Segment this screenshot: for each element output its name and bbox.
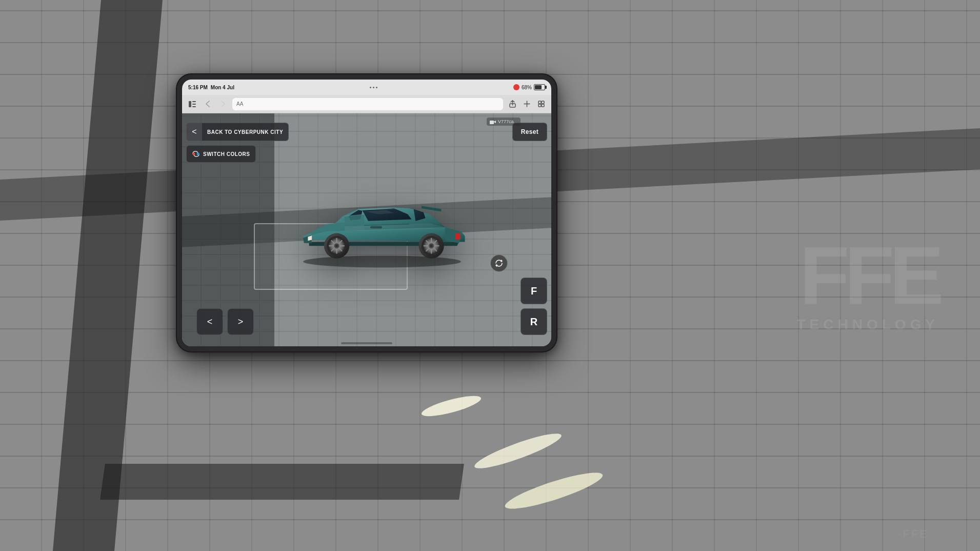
action-f-button[interactable]: F — [521, 278, 547, 304]
car-display — [244, 139, 521, 305]
svg-rect-2 — [192, 104, 196, 105]
svg-rect-7 — [538, 101, 541, 104]
share-button[interactable] — [506, 98, 518, 110]
ipad-screen: 5:16 PM Mon 4 Jul 68% — [182, 80, 551, 346]
tabs-overview-button[interactable] — [535, 98, 547, 110]
recording-indicator — [513, 84, 519, 90]
nav-prev-icon: < — [207, 317, 213, 327]
nav-next-button[interactable]: > — [227, 308, 254, 335]
status-dot-3 — [376, 87, 377, 88]
watermark-subtitle: TECHNOLOGY — [796, 317, 939, 333]
svg-rect-11 — [490, 121, 494, 124]
watermark-bottom: ·FFE — [898, 527, 929, 541]
svg-rect-10 — [542, 104, 544, 107]
watermark-letters: FFE — [799, 234, 939, 317]
toolbar-right-actions — [506, 98, 547, 110]
back-browser-button[interactable] — [202, 98, 214, 110]
battery-icon — [534, 84, 545, 90]
svg-point-33 — [197, 153, 199, 155]
back-label: BACK TO CYBERPUNK CITY — [202, 129, 288, 135]
status-bar-left: 5:16 PM Mon 4 Jul — [188, 85, 234, 90]
svg-rect-3 — [192, 106, 196, 107]
game-ar-area: V777ca... — [182, 113, 551, 346]
nav-next-icon: > — [238, 317, 244, 327]
svg-point-31 — [430, 244, 433, 247]
battery-fill — [535, 85, 542, 89]
action-r-label: R — [530, 316, 537, 328]
switch-colors-icon — [192, 150, 200, 158]
ipad-frame: 5:16 PM Mon 4 Jul 68% — [177, 74, 556, 351]
forward-browser-button[interactable] — [217, 98, 229, 110]
svg-rect-0 — [189, 101, 191, 107]
svg-point-12 — [303, 255, 461, 267]
reset-label: Reset — [521, 128, 538, 135]
battery-percent: 68% — [522, 85, 532, 90]
back-arrow-icon: < — [187, 123, 202, 141]
svg-point-22 — [335, 244, 338, 247]
nav-prev-button[interactable]: < — [196, 308, 223, 335]
reset-button[interactable]: Reset — [512, 123, 547, 141]
status-bar: 5:16 PM Mon 4 Jul 68% — [182, 80, 551, 95]
action-r-button[interactable]: R — [521, 308, 547, 335]
bg-dark-stripe-3 — [100, 464, 464, 500]
action-f-label: F — [531, 285, 537, 297]
home-indicator — [341, 342, 392, 344]
svg-rect-9 — [538, 104, 541, 107]
add-tab-button[interactable] — [521, 98, 533, 110]
status-dot-2 — [373, 87, 374, 88]
status-time: 5:16 PM — [188, 85, 208, 90]
rotate-icon[interactable] — [490, 254, 508, 272]
url-bar[interactable]: AA — [232, 98, 503, 110]
status-date: Mon 4 Jul — [211, 85, 234, 90]
svg-rect-1 — [192, 101, 196, 102]
car-svg — [279, 171, 485, 273]
svg-point-32 — [193, 153, 195, 155]
sidebar-toggle-button[interactable] — [186, 98, 198, 110]
url-text: AA — [236, 101, 243, 107]
switch-colors-label: SWITCH COLORS — [203, 151, 250, 157]
svg-rect-8 — [542, 101, 544, 104]
status-bar-right: 68% — [513, 84, 545, 90]
browser-toolbar: AA — [182, 95, 551, 113]
switch-colors-button[interactable]: SWITCH COLORS — [186, 145, 256, 163]
status-bar-center — [370, 87, 377, 88]
status-dot-1 — [370, 87, 371, 88]
back-to-city-button[interactable]: < BACK TO CYBERPUNK CITY — [186, 123, 289, 141]
